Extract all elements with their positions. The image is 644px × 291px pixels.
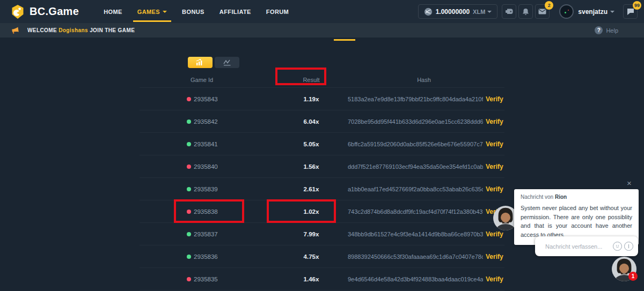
mail-count-badge: 2 — [545, 1, 553, 10]
help-icon: ? — [595, 26, 603, 34]
info-icon[interactable] — [624, 242, 633, 251]
unread-count-badge: 1 — [628, 272, 638, 281]
verify-button[interactable]: Verify — [486, 95, 503, 103]
table-row: 29358426.04x7028be95dd95f441b633d6d296e0… — [140, 110, 504, 133]
hash-value: a1bb0eaaf17ed4527669f2a0bba8cc53abab26c6… — [348, 186, 483, 192]
hash-value: 348bb9db61527e4c9f3e4a1414d9b8ba66ce8970… — [348, 231, 483, 237]
chat-message-from: Nachricht von Rion — [521, 194, 632, 200]
game-id-value: 2935837 — [194, 231, 218, 237]
table-row: 29358401.56xddd7f521e87769103ecf94ea35da… — [140, 155, 504, 178]
chat-sender-name: Rion — [555, 194, 567, 200]
green-status-dot — [187, 142, 191, 146]
balance-amount: 1.00000000 — [436, 8, 470, 16]
column-header-result: Result — [284, 77, 338, 83]
column-header-game-id: Game Id — [191, 77, 213, 83]
table-row: 29358415.05x6bffc2a59159d2060d0abc85f526… — [140, 133, 504, 155]
red-status-dot — [187, 210, 191, 214]
hash-value: 9e4d6546d4e58a42d3b4f924883baa4daac019ce… — [348, 276, 483, 282]
nav-games[interactable]: GAMES — [130, 0, 174, 23]
chevron-down-icon — [610, 11, 614, 13]
result-value: 1.56x — [284, 163, 338, 170]
wallet-button[interactable] — [502, 4, 516, 19]
tab-trend[interactable] — [215, 57, 239, 68]
red-status-dot — [187, 165, 191, 169]
column-header-hash: Hash — [370, 77, 478, 83]
chat-bubble-icon — [627, 8, 634, 15]
main-menu: HOME GAMES BONUS AFFILIATE FORUM — [96, 0, 296, 23]
table-header-row: Game Id Result Hash — [140, 72, 504, 87]
bar-chart-icon — [196, 59, 204, 66]
top-navbar: BC.Game HOME GAMES BONUS AFFILIATE FORUM — [0, 0, 644, 23]
game-id-value: 2935843 — [194, 96, 218, 102]
help-button[interactable]: ? Help — [595, 26, 618, 34]
view-tabs — [188, 57, 239, 68]
navbar-right: 1.00000000 XLM — [418, 4, 638, 19]
hash-value: 6bffc2a59159d2060d0abc85f526e6be676e5590… — [348, 141, 483, 147]
result-value: 5.05x — [284, 141, 338, 147]
result-value: 2.61x — [284, 186, 338, 192]
balance-selector[interactable]: 1.00000000 XLM — [418, 4, 498, 19]
announcement-username: Dogishans — [58, 27, 88, 33]
nav-forum[interactable]: FORUM — [259, 0, 296, 23]
verify-button[interactable]: Verify — [486, 118, 503, 125]
green-status-dot — [187, 232, 191, 236]
chat-message-text: System never placed any bet without your… — [521, 204, 632, 239]
panel-resize-handle — [334, 39, 355, 41]
result-value: 6.04x — [284, 118, 338, 125]
result-value: 1.02x — [284, 208, 338, 215]
table-row: 29358364.75x8988392450666c53f30afaaaea69… — [140, 245, 504, 268]
game-id-value: 2935841 — [194, 141, 218, 147]
table-row: 29358431.19x5183a2ea7e9d8e13fb79bbf21bc9… — [140, 88, 504, 110]
game-id-value: 2935842 — [194, 118, 218, 125]
table-row: 29358392.61xa1bb0eaaf17ed4527669f2a0bba8… — [140, 178, 504, 200]
nav-bonus[interactable]: BONUS — [174, 0, 212, 23]
hash-value: ddd7f521e87769103ecf94ea35da50ee354efd1c… — [348, 163, 483, 170]
username-menu[interactable]: svenjatzu — [578, 8, 614, 16]
chevron-down-icon — [163, 11, 167, 13]
nav-affiliate[interactable]: AFFILIATE — [212, 0, 259, 23]
announcement-text: WELCOME Dogishans JOIN THE GAME — [27, 27, 135, 33]
verify-button[interactable]: Verify — [486, 275, 503, 283]
chat-toggle-button[interactable]: 99 — [623, 4, 638, 19]
verify-button[interactable]: Verify — [486, 185, 503, 193]
tab-results[interactable] — [188, 57, 213, 68]
hash-value: 5183a2ea7e9d8e13fb79bbf21bc9ffc804dada4a… — [348, 96, 483, 102]
green-status-dot — [187, 120, 191, 124]
bcgame-logo-icon — [11, 4, 25, 19]
verify-button[interactable]: Verify — [486, 163, 503, 170]
table-row: 29358381.02x743c2d874b6d8a8dcdf9fc19acf4… — [140, 200, 504, 223]
xlm-coin-icon — [424, 8, 433, 16]
emoji-icon[interactable] — [613, 242, 622, 251]
red-status-dot — [187, 97, 191, 101]
hash-value: 8988392450666c53f30afaaaea69c1d6a7c0407e… — [348, 253, 483, 260]
user-avatar[interactable] — [559, 4, 574, 19]
brand-name: BC.Game — [30, 5, 79, 18]
megaphone-icon — [11, 27, 20, 34]
verify-button[interactable]: Verify — [486, 230, 503, 238]
table-row: 29358351.46x9e4d6546d4e58a42d3b4f924883b… — [140, 268, 504, 290]
chat-message-input[interactable] — [545, 243, 611, 250]
hash-value: 7028be95dd95f441b633d6d296e0ae15cc6238dd… — [348, 118, 483, 125]
brand-logo[interactable]: BC.Game — [11, 4, 79, 19]
green-status-dot — [187, 187, 191, 191]
wallet-icon — [505, 8, 513, 15]
game-id-value: 2935840 — [194, 163, 218, 170]
chat-input-container — [535, 236, 638, 256]
messages-button[interactable]: 2 — [535, 4, 550, 19]
nav-home[interactable]: HOME — [96, 0, 130, 23]
game-id-value: 2935836 — [194, 253, 218, 260]
game-id-value: 2935839 — [194, 186, 218, 192]
line-chart-icon — [223, 59, 231, 66]
game-results-table: Game Id Result Hash 29358431.19x5183a2ea… — [140, 54, 504, 291]
hash-value: 743c2d874b6d8a8dcdf9fc19acf4d70f74f12a38… — [348, 208, 483, 215]
verify-button[interactable]: Verify — [486, 253, 503, 260]
green-status-dot — [187, 255, 191, 259]
close-icon[interactable]: × — [627, 179, 632, 187]
game-id-value: 2935835 — [194, 276, 218, 282]
result-value: 1.19x — [284, 96, 338, 102]
announcement-bar: WELCOME Dogishans JOIN THE GAME ? Help — [0, 23, 644, 38]
notifications-button[interactable] — [518, 4, 533, 19]
bell-icon — [522, 8, 529, 16]
mail-icon — [538, 9, 546, 14]
verify-button[interactable]: Verify — [486, 140, 503, 148]
